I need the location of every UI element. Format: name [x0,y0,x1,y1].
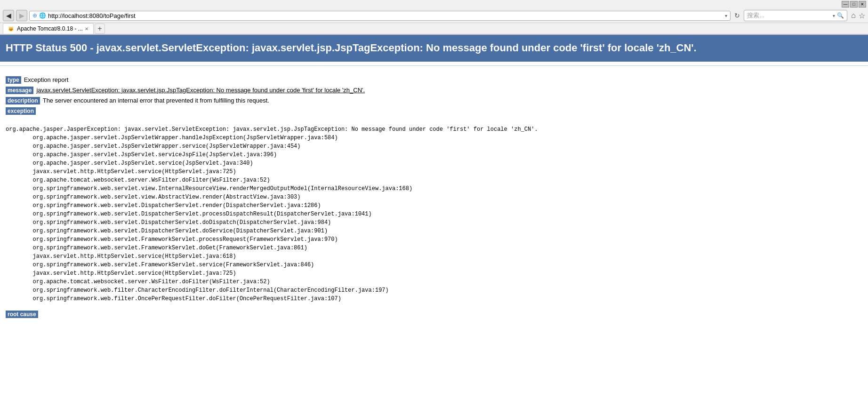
root-cause-label: root cause [6,311,38,318]
error-body: type Exception report message javax.serv… [0,70,868,121]
nav-right-icons: ⌂ ☆ [851,11,865,20]
tab-favicon: 🐱 [8,26,14,32]
root-cause-section: root cause [0,307,868,322]
maximize-button[interactable]: □ [850,1,858,8]
header-divider [0,65,868,66]
globe-icon: 🌐 [39,12,46,19]
address-text: http://localhost:8080/toPage/first [48,12,723,19]
home-icon[interactable]: ⌂ [851,11,856,20]
search-dropdown-icon[interactable]: ▾ [833,13,835,18]
new-tab-button[interactable]: + [95,24,105,34]
close-button[interactable]: ✕ [859,1,866,8]
address-dropdown-icon[interactable]: ▾ [725,13,727,18]
exception-row: exception [6,107,862,115]
type-label: type [6,76,21,84]
error-title: HTTP Status 500 - javax.servlet.ServletE… [6,42,697,54]
description-label: description [6,97,40,104]
tab-bar: 🐱 Apache Tomcat/8.0.18 - ... ✕ + [0,23,868,34]
description-value: The server encountered an internal error… [43,97,269,104]
message-row: message javax.servlet.ServletException: … [6,87,862,94]
type-value: Exception report [24,76,69,83]
error-header: HTTP Status 500 - javax.servlet.ServletE… [0,35,868,62]
forward-button[interactable]: ▶ [16,10,27,21]
tab-close-button[interactable]: ✕ [85,26,88,32]
page-content: HTTP Status 500 - javax.servlet.ServletE… [0,35,868,322]
refresh-button[interactable]: ↻ [732,11,742,20]
browser-chrome: — □ ✕ ◀ ▶ ⊕ 🌐 http://localhost:8080/toPa… [0,0,868,35]
message-label: message [6,87,33,94]
address-bar[interactable]: ⊕ 🌐 http://localhost:8080/toPage/first ▾ [29,11,731,21]
active-tab[interactable]: 🐱 Apache Tomcat/8.0.18 - ... ✕ [3,23,94,34]
security-icon: ⊕ [32,12,37,19]
description-row: description The server encountered an in… [6,97,862,104]
title-bar: — □ ✕ [0,0,868,8]
nav-bar: ◀ ▶ ⊕ 🌐 http://localhost:8080/toPage/fir… [0,8,868,23]
type-row: type Exception report [6,76,862,84]
favorites-icon[interactable]: ☆ [859,11,865,20]
exception-stacktrace: org.apache.jasper.JasperException: javax… [0,121,868,307]
search-icon[interactable]: 🔍 [837,12,844,19]
tab-label: Apache Tomcat/8.0.18 - ... [17,25,83,32]
message-value: javax.servlet.ServletException: javax.se… [36,87,365,94]
back-button[interactable]: ◀ [3,10,14,21]
exception-label: exception [6,107,36,115]
search-bar[interactable]: 搜索... ▾ 🔍 [744,10,847,21]
minimize-button[interactable]: — [842,1,849,8]
search-placeholder: 搜索... [747,11,831,20]
title-bar-buttons: — □ ✕ [842,1,866,8]
